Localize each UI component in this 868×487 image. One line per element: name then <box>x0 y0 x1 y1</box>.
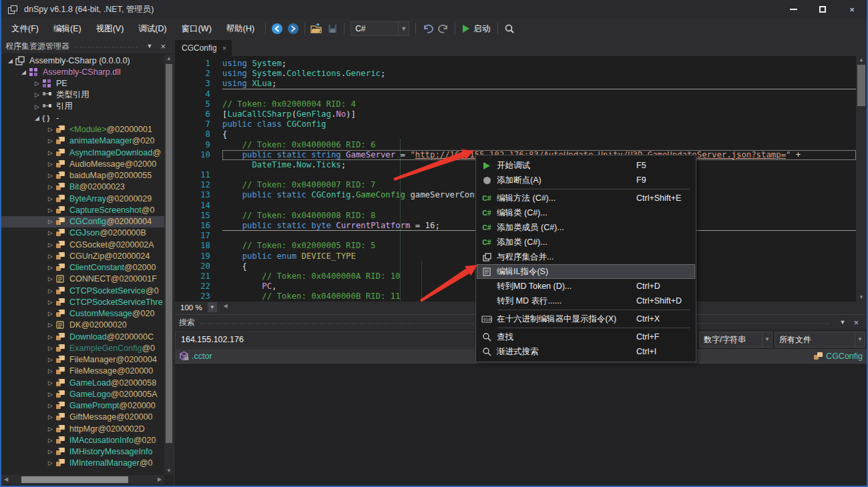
collapsed-icon[interactable]: ▷ <box>45 137 55 144</box>
collapsed-icon[interactable]: ▷ <box>45 391 55 398</box>
menu-item-添加类成员C[interactable]: C#添加类成员 (C#)... <box>477 220 695 235</box>
editor-vertical-scrollbar[interactable]: ▲ ▼ <box>856 56 867 302</box>
tree-node-cgsocket[interactable]: ▷CGSocket @0200002A <box>1 239 164 250</box>
tree-node-[interactable]: ▷引用 <box>1 101 164 112</box>
panel-menu-chevron-icon[interactable]: ▼ <box>835 319 849 326</box>
expanded-icon[interactable]: ◢ <box>5 57 15 64</box>
search-scope-dropdown[interactable]: 所有文件 ▼ <box>775 332 865 348</box>
tree-node-cgunzip[interactable]: ▷CGUnZip @02000024 <box>1 250 164 262</box>
close-button[interactable]: × <box>837 0 867 19</box>
scroll-left-icon[interactable]: ◀ <box>221 302 230 311</box>
panel-close-icon[interactable]: × <box>156 41 170 51</box>
zoom-dropdown-icon[interactable]: ▼ <box>208 302 217 312</box>
collapsed-icon[interactable]: ▷ <box>45 448 55 455</box>
maximize-button[interactable] <box>808 0 837 19</box>
tree-node-imhistorymessageinfo[interactable]: ▷IMHistoryMessageInfo <box>1 446 164 458</box>
minimize-button[interactable] <box>779 0 808 19</box>
tree-vertical-scrollbar[interactable]: ▲ ▼ <box>164 55 174 475</box>
collapsed-icon[interactable]: ▷ <box>32 80 42 87</box>
menu-item-编辑方法C[interactable]: C#编辑方法 (C#)...Ctrl+Shift+E <box>477 191 695 205</box>
menu-item-转到MD表行[interactable]: 转到 MD 表行......Ctrl+Shift+D <box>477 294 695 308</box>
navigate-back-button[interactable] <box>269 21 285 37</box>
tree-node-dk[interactable]: ▷DK @02000020 <box>1 320 164 331</box>
collapsed-icon[interactable]: ▷ <box>45 183 55 190</box>
panel-menu-chevron-icon[interactable]: ▼ <box>142 43 156 49</box>
tree-horizontal-scrollbar[interactable]: ◀ ▶ <box>1 475 164 484</box>
collapsed-icon[interactable]: ▷ <box>45 402 55 409</box>
scroll-up-icon[interactable]: ▲ <box>856 56 867 64</box>
menu-item-转到MDTokenD[interactable]: 转到MD Token (D)...Ctrl+D <box>477 279 695 294</box>
menu-item-与程序集合并[interactable]: 与程序集合并... <box>477 250 695 264</box>
collapsed-icon[interactable]: ▷ <box>45 345 55 352</box>
collapsed-icon[interactable]: ▷ <box>45 276 55 282</box>
tree-node-capturescreenshot[interactable]: ▷CaptureScreenshot @0 <box>1 204 164 215</box>
menu-item-添加断点A[interactable]: 添加断点(A)F9 <box>477 173 695 187</box>
menu-item-渐进式搜索[interactable]: 渐进式搜索Ctrl+I <box>477 344 695 359</box>
collapsed-icon[interactable]: ▷ <box>45 195 55 202</box>
tab-close-icon[interactable]: × <box>222 44 226 52</box>
menu-视图V[interactable]: 视图(V) <box>89 19 132 39</box>
collapsed-icon[interactable]: ▷ <box>45 253 55 260</box>
collapsed-icon[interactable]: ▷ <box>45 207 55 213</box>
tree-node-module[interactable]: ▷<Module> @02000001 <box>1 124 164 135</box>
search-toolbar-icon[interactable] <box>501 21 517 37</box>
menu-item-编辑IL指令S[interactable]: 编辑IL指令(S) <box>477 264 695 279</box>
tree-node-download[interactable]: ▷Download @0200000C <box>1 331 164 342</box>
tree-node-bytearray[interactable]: ▷ByteArray @02000029 <box>1 193 164 204</box>
search-type-dropdown[interactable]: 数字/字符串 ▼ <box>699 332 773 348</box>
collapsed-icon[interactable]: ▷ <box>45 241 55 248</box>
collapsed-icon[interactable]: ▷ <box>45 368 55 374</box>
tree-node-baidumap[interactable]: ▷baiduMap @02000055 <box>1 170 164 181</box>
tree-node-gamelogo[interactable]: ▷GameLogo @0200005A <box>1 388 164 400</box>
collapsed-icon[interactable]: ▷ <box>32 103 42 110</box>
language-combobox[interactable]: C# ▼ <box>351 21 409 36</box>
collapsed-icon[interactable]: ▷ <box>45 460 55 466</box>
collapsed-icon[interactable]: ▷ <box>45 414 55 420</box>
tab-cgconfig[interactable]: CGConfig × <box>175 40 232 56</box>
scroll-right-icon[interactable]: ▶ <box>155 475 164 484</box>
start-debug-button[interactable]: 启动 <box>459 23 494 35</box>
tree-node-ctcpsocketservicethre[interactable]: ▷CTCPSocketServiceThre <box>1 296 164 308</box>
menu-item-查找[interactable]: 查找Ctrl+F <box>477 330 695 344</box>
collapsed-icon[interactable]: ▷ <box>45 229 55 236</box>
collapsed-icon[interactable]: ▷ <box>32 91 42 98</box>
tree-node-giftmessage[interactable]: ▷GiftMessage @020000 <box>1 412 164 423</box>
tree-node-[interactable]: ▷类型引用 <box>1 89 164 101</box>
tree-node-iminternalmanager[interactable]: ▷IMInternalManager @0 <box>1 458 164 469</box>
menu-调试D[interactable]: 调试(D) <box>131 19 174 39</box>
expanded-icon[interactable]: ◢ <box>32 115 42 121</box>
menu-item-开始调试[interactable]: 开始调试F5 <box>477 158 695 173</box>
tree-node-connect[interactable]: ▷CONNECT @0200001F <box>1 274 164 285</box>
collapsed-icon[interactable]: ▷ <box>45 380 55 386</box>
menu-编辑E[interactable]: 编辑(E) <box>46 19 89 39</box>
tree-node-asyncimagedownload[interactable]: ▷AsyncImageDownload @ <box>1 147 164 158</box>
menu-item-编辑类C[interactable]: C#编辑类 (C#)... <box>477 205 695 220</box>
tree-node-assembly-csharp.dll[interactable]: ◢Assembly-CSharp.dll <box>1 66 164 77</box>
expanded-icon[interactable]: ◢ <box>19 69 29 75</box>
tree-node-animatemanager[interactable]: ▷animateManager @020 <box>1 135 164 147</box>
scroll-up-icon[interactable]: ▲ <box>164 55 174 63</box>
menu-窗口W[interactable]: 窗口(W) <box>174 19 219 39</box>
scroll-down-icon[interactable]: ▼ <box>856 294 867 302</box>
tree-node-httpmgr[interactable]: ▷httpMgr @0200002D <box>1 423 164 434</box>
tree-node-clientconstant[interactable]: ▷ClientConstant @02000 <box>1 262 164 274</box>
menu-item-添加类C[interactable]: C#添加类 (C#)... <box>477 235 695 250</box>
tree-node-custommessage[interactable]: ▷CustomMessage @020 <box>1 308 164 320</box>
collapsed-icon[interactable]: ▷ <box>45 426 55 432</box>
collapsed-icon[interactable]: ▷ <box>45 356 55 363</box>
tree-node-cgconfig[interactable]: ▷CGConfig @02000004 <box>1 216 164 227</box>
collapsed-icon[interactable]: ▷ <box>45 172 55 179</box>
open-assembly-icon[interactable] <box>308 21 324 37</box>
collapsed-icon[interactable]: ▷ <box>45 310 55 317</box>
collapsed-icon[interactable]: ▷ <box>45 437 55 444</box>
tree-node-filemessage[interactable]: ▷FileMessage @020000 <box>1 366 164 377</box>
redo-button[interactable] <box>435 21 451 37</box>
collapsed-icon[interactable]: ▷ <box>45 264 55 271</box>
tree-node-assembly-csharp0.0.0.0[interactable]: ◢Assembly-CSharp (0.0.0.0) <box>1 55 164 66</box>
zoom-level[interactable]: 100 % <box>175 304 208 312</box>
collapsed-icon[interactable]: ▷ <box>45 299 55 306</box>
tree-node-gameload[interactable]: ▷GameLoad @02000058 <box>1 377 164 388</box>
collapsed-icon[interactable]: ▷ <box>45 218 55 225</box>
panel-close-icon[interactable]: × <box>849 318 863 328</box>
menu-帮助H[interactable]: 帮助(H) <box>219 19 262 39</box>
